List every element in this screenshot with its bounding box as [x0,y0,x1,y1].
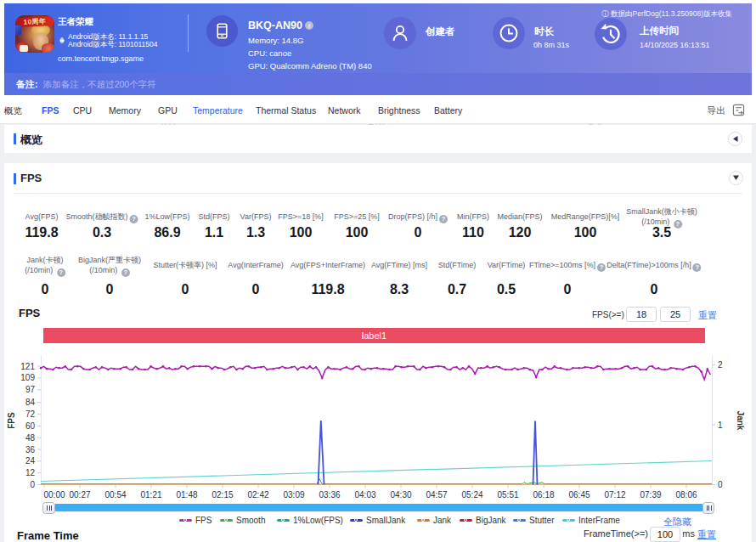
svg-text:04:57: 04:57 [426,490,447,500]
svg-text:24: 24 [25,456,36,466]
svg-text:02:15: 02:15 [212,490,233,500]
svg-text:36: 36 [25,445,36,454]
svg-text:72: 72 [25,409,36,419]
svg-text:04:30: 04:30 [390,490,411,500]
svg-text:07:39: 07:39 [640,490,661,500]
svg-text:00:27: 00:27 [69,490,90,500]
svg-text:03:36: 03:36 [319,490,340,500]
svg-text:Jank: Jank [736,411,745,431]
svg-text:01:48: 01:48 [176,490,197,500]
svg-text:08:06: 08:06 [675,490,697,500]
svg-text:109: 109 [20,373,35,382]
svg-text:0: 0 [30,480,35,489]
svg-text:2: 2 [718,360,723,370]
svg-text:03:09: 03:09 [283,490,304,500]
svg-text:12: 12 [25,468,36,477]
svg-text:00:54: 00:54 [104,490,126,500]
svg-text:00:00: 00:00 [43,490,65,500]
svg-text:84: 84 [25,398,36,407]
svg-text:05:24: 05:24 [461,490,482,500]
svg-text:0: 0 [718,480,723,489]
svg-text:06:18: 06:18 [533,490,554,500]
svg-text:FPS: FPS [7,412,16,429]
svg-text:60: 60 [25,421,36,431]
svg-text:06:45: 06:45 [568,490,590,500]
svg-text:48: 48 [25,433,36,443]
svg-text:97: 97 [25,385,36,394]
svg-text:04:03: 04:03 [354,490,375,500]
svg-text:05:51: 05:51 [497,490,518,500]
svg-text:02:42: 02:42 [247,490,268,500]
svg-text:07:12: 07:12 [604,490,625,500]
svg-text:1: 1 [718,421,723,430]
svg-text:121: 121 [20,362,35,371]
svg-text:01:21: 01:21 [140,490,161,500]
